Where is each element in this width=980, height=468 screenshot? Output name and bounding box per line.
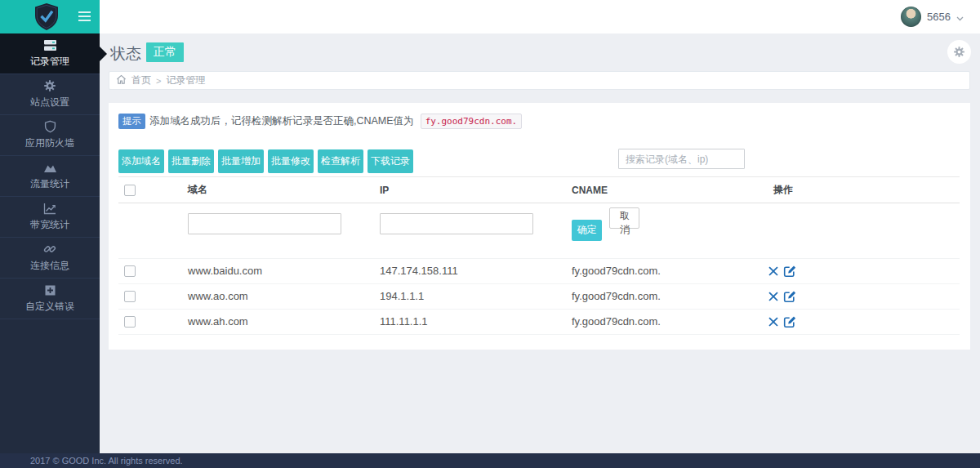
settings-gear-button[interactable] — [947, 40, 971, 64]
toolbar-buttons: 添加域名 批量删除 批量增加 批量修改 检查解析 下载记录 — [118, 149, 413, 173]
sidebar-item-site-settings[interactable]: 站点设置 — [0, 74, 100, 115]
page-header: 状态 正常 — [100, 33, 980, 71]
sidebar-item-label: 记录管理 — [30, 55, 69, 69]
delete-x-icon[interactable] — [768, 265, 779, 277]
cname-value-code: fy.good79cdn.com. — [421, 114, 523, 129]
cell-cname: fy.good79cdn.com. — [572, 258, 768, 283]
edit-icon[interactable] — [783, 290, 797, 303]
sidebar-item-label: 带宽统计 — [30, 218, 69, 232]
footer-copyright: 2017 © GOOD Inc. All rights reserved. — [0, 453, 980, 468]
table-body: www.baidu.com 147.174.158.111 fy.good79c… — [118, 258, 960, 334]
delete-x-icon[interactable] — [768, 316, 779, 328]
chevron-down-icon — [956, 10, 964, 25]
username: 5656 — [927, 11, 951, 23]
cell-ip: 111.11.1.1 — [380, 309, 572, 334]
column-header-cname: CNAME — [572, 177, 768, 203]
gear-icon — [43, 79, 56, 92]
column-header-domain: 域名 — [188, 177, 380, 203]
link-icon — [43, 243, 56, 256]
row-checkbox[interactable] — [124, 265, 136, 277]
status-badge: 正常 — [146, 42, 184, 62]
app-root: 5656 记录管理 站点设置 应用防火墙 流 — [0, 0, 980, 468]
sidebar-item-connection-info[interactable]: 连接信息 — [0, 238, 100, 279]
cell-cname: fy.good79cdn.com. — [572, 309, 768, 334]
plus-square-icon — [44, 283, 56, 296]
shield-icon — [44, 120, 56, 133]
search-input[interactable] — [618, 149, 745, 169]
table-header-row: 域名 IP CNAME 操作 — [118, 177, 960, 203]
brand-block — [0, 0, 100, 33]
cell-domain: www.baidu.com — [188, 258, 380, 283]
breadcrumb-separator: > — [156, 76, 161, 86]
edit-icon[interactable] — [783, 315, 797, 328]
sidebar-item-custom-error[interactable]: 自定义错误 — [0, 279, 100, 319]
menu-toggle-button[interactable] — [78, 11, 91, 21]
toolbar-button-check-resolve[interactable]: 检查解析 — [318, 149, 363, 173]
sidebar-item-traffic-stats[interactable]: 流量统计 — [0, 156, 100, 197]
toolbar-button-add-domain[interactable]: 添加域名 — [118, 149, 164, 173]
cname-hint-alert: 提示 添加域名成功后，记得检测解析记录是否正确,CNAME值为 fy.good7… — [118, 114, 522, 129]
shield-check-logo-icon — [33, 2, 60, 34]
row-checkbox[interactable] — [124, 316, 136, 328]
cell-ip: 147.174.158.111 — [380, 258, 572, 283]
select-all-checkbox[interactable] — [124, 185, 136, 196]
user-menu[interactable]: 5656 — [901, 0, 964, 33]
page-title: 状态 — [110, 43, 141, 65]
records-table: 域名 IP CNAME 操作 确定 — [118, 176, 960, 335]
table-row: www.baidu.com 147.174.158.111 fy.good79c… — [118, 258, 960, 283]
column-header-ip: IP — [380, 177, 572, 203]
sidebar: 记录管理 站点设置 应用防火墙 流量统计 带宽统计 — [0, 33, 100, 453]
records-icon — [43, 38, 57, 51]
breadcrumb-current: 记录管理 — [166, 74, 205, 87]
avatar — [901, 7, 921, 27]
toolbar-button-batch-edit[interactable]: 批量修改 — [268, 149, 314, 173]
hint-text: 添加域名成功后，记得检测解析记录是否正确,CNAME值为 — [149, 114, 414, 128]
breadcrumb: 首页 > 记录管理 — [109, 71, 970, 90]
top-navbar: 5656 — [100, 0, 980, 33]
filter-ip-input[interactable] — [380, 213, 533, 234]
cell-cname: fy.good79cdn.com. — [572, 283, 768, 309]
home-icon — [116, 74, 127, 87]
filter-row: 确定 取消 — [118, 203, 960, 259]
records-table-wrap: 域名 IP CNAME 操作 确定 — [118, 176, 960, 335]
content-area: 状态 正常 首页 > 记 — [100, 33, 980, 453]
sidebar-item-label: 连接信息 — [30, 259, 69, 273]
cancel-button[interactable]: 取消 — [609, 207, 639, 229]
sidebar-item-label: 自定义错误 — [25, 300, 74, 314]
sidebar-item-app-firewall[interactable]: 应用防火墙 — [0, 115, 100, 156]
sidebar-item-bandwidth-stats[interactable]: 带宽统计 — [0, 197, 100, 238]
row-checkbox[interactable] — [124, 291, 136, 302]
sidebar-item-label: 应用防火墙 — [25, 136, 74, 150]
cell-ip: 194.1.1.1 — [380, 283, 572, 309]
active-item-notch — [100, 47, 107, 61]
table-row: www.ah.com 111.11.1.1 fy.good79cdn.com. — [118, 309, 960, 334]
edit-icon[interactable] — [783, 265, 797, 278]
toolbar-button-batch-delete[interactable]: 批量删除 — [168, 149, 214, 173]
filter-domain-input[interactable] — [188, 213, 341, 234]
confirm-button[interactable]: 确定 — [572, 220, 602, 241]
breadcrumb-home-link[interactable]: 首页 — [131, 74, 151, 87]
column-header-actions: 操作 — [768, 177, 960, 203]
main-panel: 提示 添加域名成功后，记得检测解析记录是否正确,CNAME值为 fy.good7… — [109, 103, 970, 350]
delete-x-icon[interactable] — [768, 291, 779, 302]
cell-domain: www.ah.com — [188, 309, 380, 334]
sidebar-item-label: 站点设置 — [30, 96, 69, 109]
cell-domain: www.ao.com — [188, 283, 380, 309]
toolbar-button-download-records[interactable]: 下载记录 — [368, 149, 413, 173]
hint-badge: 提示 — [118, 114, 145, 129]
line-chart-icon — [43, 202, 56, 215]
sidebar-item-label: 流量统计 — [30, 177, 69, 191]
toolbar-button-batch-add[interactable]: 批量增加 — [218, 149, 264, 173]
sidebar-item-records[interactable]: 记录管理 — [0, 33, 100, 74]
table-row: www.ao.com 194.1.1.1 fy.good79cdn.com. — [118, 283, 960, 309]
area-chart-icon — [43, 161, 57, 174]
